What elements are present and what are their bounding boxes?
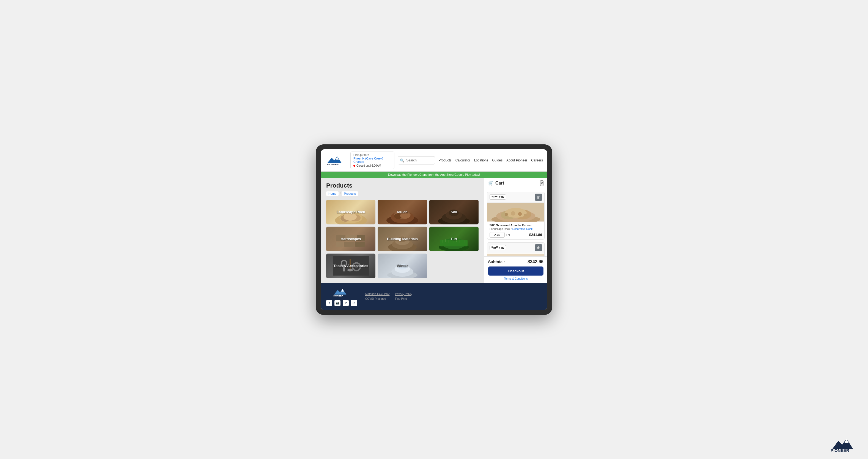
nav-about[interactable]: About Pioneer bbox=[506, 158, 527, 162]
linkedin-icon[interactable]: in bbox=[351, 300, 357, 306]
item-total: $241.86 bbox=[529, 233, 542, 237]
category-soil[interactable]: Soil bbox=[429, 200, 478, 224]
privacy-policy-link[interactable]: Privacy Policy bbox=[395, 293, 412, 296]
cart-item-details: 3/8" Screened Apache Brown Landscape Roc… bbox=[487, 222, 544, 239]
tablet-screen: PIONEER Pickup Store Phoenix (Cave Creek… bbox=[321, 149, 547, 310]
svg-rect-60 bbox=[487, 253, 544, 256]
svg-rect-20 bbox=[336, 242, 343, 247]
logo-area: PIONEER bbox=[325, 154, 347, 166]
facebook-icon[interactable]: f bbox=[326, 300, 332, 306]
category-tools[interactable]: Tools & Accessories bbox=[326, 253, 375, 278]
category-label: Tools & Accessories bbox=[332, 263, 369, 269]
footer-social: f 📷 P in bbox=[326, 300, 357, 306]
instagram-icon[interactable]: 📷 bbox=[335, 300, 340, 306]
cart-item-category: Landscape Rock / Decorative Rock bbox=[490, 227, 542, 231]
cart-item-header: $5005 / TN 🗑 bbox=[487, 243, 544, 253]
category-label: Soil bbox=[450, 209, 458, 215]
svg-text:PIONEER: PIONEER bbox=[831, 448, 849, 452]
footer-logo: PIONEER f 📷 P in bbox=[326, 287, 357, 306]
main-nav: Products Calculator Locations Guides Abo… bbox=[438, 158, 543, 162]
cart-title: 🛒 Cart bbox=[488, 180, 504, 186]
cart-panel: 🛒 Cart × $8795 / TN 🗑 bbox=[484, 178, 547, 283]
cart-header: 🛒 Cart × bbox=[484, 178, 547, 189]
cart-close-button[interactable]: × bbox=[540, 180, 544, 186]
svg-marker-69 bbox=[832, 439, 853, 449]
store-info: Pickup Store Phoenix (Cave Creek) –Chang… bbox=[350, 152, 394, 169]
breadcrumb: Home / Products bbox=[326, 191, 478, 196]
cart-footer: Subtotal: $342.96 Checkout Terms & Condi… bbox=[484, 256, 547, 283]
svg-point-59 bbox=[524, 213, 527, 216]
category-winter[interactable]: Winter bbox=[378, 253, 427, 278]
banner-link[interactable]: Download the PioneerLC app from the App … bbox=[388, 173, 480, 176]
page-title: Products bbox=[326, 182, 478, 189]
covid-prepared-link[interactable]: COVID Prepared bbox=[365, 297, 390, 300]
pinterest-icon[interactable]: P bbox=[343, 300, 349, 306]
nav-guides[interactable]: Guides bbox=[492, 158, 502, 162]
cart-items-list: $8795 / TN 🗑 bbox=[484, 189, 547, 256]
footer-pioneer-logo: PIONEER bbox=[332, 287, 351, 297]
subtotal-label: Subtotal: bbox=[488, 259, 505, 264]
svg-text:PIONEER: PIONEER bbox=[327, 163, 339, 166]
checkout-button[interactable]: Checkout bbox=[488, 267, 544, 276]
svg-point-55 bbox=[505, 208, 527, 218]
store-name[interactable]: Phoenix (Cave Creek) –Change bbox=[353, 157, 385, 163]
delete-item-button[interactable]: 🗑 bbox=[535, 244, 542, 251]
item-price-badge: $5005 / TN bbox=[490, 245, 506, 250]
fine-print-link[interactable]: Fine Print bbox=[395, 297, 412, 300]
store-status: Closed until 6:00AM bbox=[353, 164, 385, 167]
category-turf[interactable]: Turf bbox=[429, 226, 478, 251]
cart-item-image bbox=[487, 253, 544, 256]
cart-item-qty-row: TN $241.86 bbox=[490, 232, 542, 238]
delete-item-button[interactable]: 🗑 bbox=[535, 194, 542, 201]
svg-point-45 bbox=[347, 269, 353, 271]
category-hardscapes[interactable]: Hardscapes bbox=[326, 226, 375, 251]
svg-marker-0 bbox=[327, 156, 342, 163]
cart-item: $5005 / TN 🗑 bbox=[487, 242, 545, 256]
category-label: Turf bbox=[450, 236, 458, 242]
breadcrumb-home[interactable]: Home bbox=[326, 191, 339, 196]
unit-label: TN bbox=[506, 233, 510, 237]
category-label: Winter bbox=[396, 263, 409, 269]
svg-point-58 bbox=[518, 212, 522, 216]
search-icon: 🔍 bbox=[400, 158, 404, 162]
category-label: Hardscapes bbox=[340, 236, 362, 242]
category-label: Building Materials bbox=[386, 236, 419, 242]
subtotal-amount: $342.96 bbox=[528, 259, 544, 264]
breadcrumb-current[interactable]: Products bbox=[342, 191, 358, 196]
page-footer: PIONEER f 📷 P in Materials Calculator CO… bbox=[321, 283, 547, 310]
category-landscape-rock[interactable]: Landscape Rock bbox=[326, 200, 375, 224]
footer-link-col-1: Materials Calculator COVID Prepared bbox=[365, 293, 390, 300]
category-label: Mulch bbox=[396, 209, 409, 215]
cart-icon: 🛒 bbox=[488, 180, 494, 186]
nav-calculator[interactable]: Calculator bbox=[456, 158, 470, 162]
pioneer-logo: PIONEER bbox=[325, 154, 347, 166]
nav-products[interactable]: Products bbox=[438, 158, 451, 162]
category-label: Landscape Rock bbox=[336, 209, 366, 215]
promo-banner[interactable]: Download the PioneerLC app from the App … bbox=[321, 172, 547, 178]
nav-locations[interactable]: Locations bbox=[474, 158, 488, 162]
products-panel: Products Home / Products bbox=[321, 178, 484, 283]
cart-item-image bbox=[487, 203, 544, 222]
svg-rect-22 bbox=[355, 242, 365, 247]
svg-marker-66 bbox=[334, 289, 346, 295]
svg-text:PIONEER: PIONEER bbox=[333, 294, 343, 297]
svg-rect-21 bbox=[344, 242, 354, 247]
search-bar: 🔍 bbox=[398, 156, 435, 164]
item-price-badge: $8795 / TN bbox=[490, 194, 506, 200]
category-building-materials[interactable]: Building Materials bbox=[378, 226, 427, 251]
terms-conditions-link[interactable]: Terms & Conditions bbox=[488, 277, 544, 280]
nav-careers[interactable]: Careers bbox=[531, 158, 543, 162]
cart-item-header: $8795 / TN 🗑 bbox=[487, 192, 544, 203]
svg-point-57 bbox=[511, 211, 516, 216]
materials-calculator-link[interactable]: Materials Calculator bbox=[365, 293, 390, 296]
cart-item-name: 3/8" Screened Apache Brown bbox=[490, 223, 542, 227]
subtotal-row: Subtotal: $342.96 bbox=[488, 259, 544, 264]
store-label: Pickup Store bbox=[353, 153, 385, 156]
footer-links: Materials Calculator COVID Prepared Priv… bbox=[365, 293, 412, 300]
main-area: Products Home / Products bbox=[321, 178, 547, 283]
svg-point-56 bbox=[505, 213, 508, 216]
cart-item: $8795 / TN 🗑 bbox=[487, 192, 545, 240]
quantity-input[interactable] bbox=[490, 232, 505, 238]
tablet-frame: PIONEER Pickup Store Phoenix (Cave Creek… bbox=[316, 144, 552, 315]
category-mulch[interactable]: Mulch bbox=[378, 200, 427, 224]
